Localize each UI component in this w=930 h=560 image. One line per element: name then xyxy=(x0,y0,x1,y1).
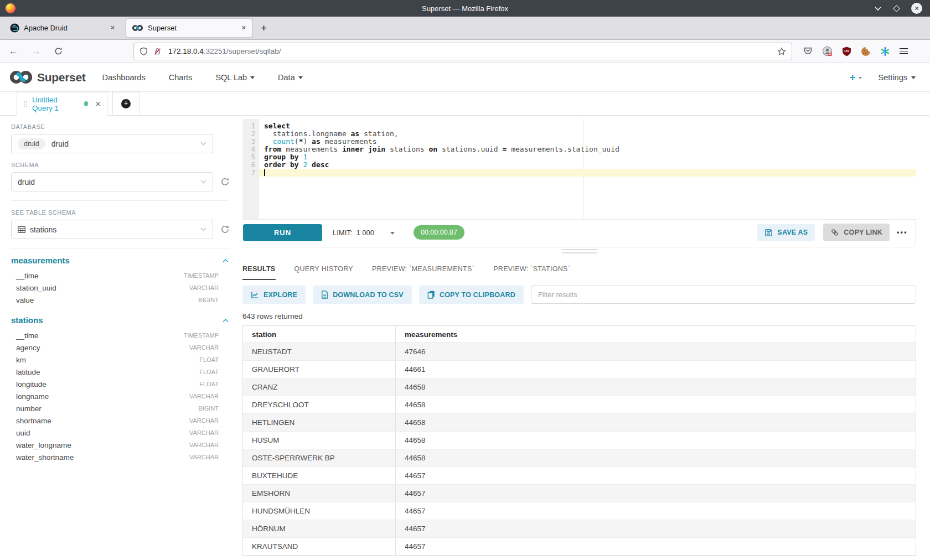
cell-measurements: 47646 xyxy=(396,348,916,356)
shield-icon[interactable] xyxy=(140,47,148,56)
explore-button[interactable]: EXPLORE xyxy=(242,286,306,304)
column-type: BIGINT xyxy=(198,297,219,303)
menu-hamburger-icon[interactable] xyxy=(900,48,908,54)
new-tab-button[interactable]: + xyxy=(261,22,267,34)
schema-table-name: stations xyxy=(11,315,43,325)
back-button[interactable]: ← xyxy=(9,46,18,57)
filter-results-input[interactable] xyxy=(531,286,916,304)
navbar-item-charts[interactable]: Charts xyxy=(169,73,193,82)
browser-tab-apache-druid[interactable]: Apache Druid ✕ xyxy=(4,19,121,37)
chevron-down-icon xyxy=(859,77,862,79)
schema-select[interactable]: druid xyxy=(11,172,213,191)
editor-line: 5group by 1 xyxy=(242,153,916,161)
new-item-button[interactable]: + xyxy=(849,72,861,82)
window-maximize-button[interactable] xyxy=(893,5,900,12)
editor-line: 7 xyxy=(242,169,916,177)
database-select[interactable]: druid druid xyxy=(11,134,213,153)
limit-dropdown[interactable]: LIMIT: 1 000 xyxy=(333,229,395,237)
settings-label: Settings xyxy=(879,73,907,82)
save-as-button[interactable]: SAVE AS xyxy=(757,224,815,241)
more-options-button[interactable]: ••• xyxy=(897,229,908,236)
pane-drag-handle[interactable] xyxy=(562,249,597,253)
firefox-logo-icon xyxy=(6,3,16,13)
extension-asterisk-icon[interactable] xyxy=(880,46,890,56)
column-header-station[interactable]: station xyxy=(243,326,396,343)
bookmark-star-icon[interactable] xyxy=(777,47,786,56)
column-name: value xyxy=(16,296,34,304)
reload-button[interactable] xyxy=(54,47,63,55)
refresh-tables-icon[interactable] xyxy=(220,225,230,234)
sql-editor[interactable]: 1select2 stations.longname as station,3 … xyxy=(242,119,916,220)
column-type: VARCHAR xyxy=(189,344,219,351)
database-label: DATABASE xyxy=(11,123,242,130)
schema-column: __timeTIMESTAMP xyxy=(11,269,219,282)
insecure-lock-icon[interactable] xyxy=(153,47,162,56)
tab-close-icon[interactable]: ✕ xyxy=(110,24,115,32)
tab-close-icon[interactable]: ✕ xyxy=(241,24,246,32)
column-name: __time xyxy=(16,331,39,340)
result-tab-query-history[interactable]: QUERY HISTORY xyxy=(294,265,353,280)
results-table-header: stationmeasurements xyxy=(243,326,916,343)
navbar-item-dashboards[interactable]: Dashboards xyxy=(102,73,145,82)
cell-station: DREYSCHLOOT xyxy=(243,396,396,413)
browser-tab-title: Superset xyxy=(148,24,177,32)
result-tab-results[interactable]: RESULTS xyxy=(242,265,276,280)
run-button[interactable]: RUN xyxy=(243,224,322,241)
schema-column: shortnameVARCHAR xyxy=(11,414,219,427)
settings-menu[interactable]: Settings xyxy=(879,73,916,82)
drag-handle-icon[interactable] xyxy=(23,101,27,107)
download-csv-button[interactable]: DOWNLOAD TO CSV xyxy=(313,286,412,304)
table-select[interactable]: stations xyxy=(11,220,213,239)
chevron-up-icon[interactable] xyxy=(223,255,229,265)
plus-circle-icon: + xyxy=(121,99,131,108)
query-tab-title: Untitled Query 1 xyxy=(32,96,79,112)
forward-button[interactable]: → xyxy=(32,46,41,57)
ublock-extension-icon[interactable]: UO xyxy=(842,46,851,56)
schema-column: numberBIGINT xyxy=(11,402,219,414)
cell-measurements: 44658 xyxy=(396,383,916,391)
query-tab[interactable]: Untitled Query 1 ✕ xyxy=(17,92,107,116)
table-row: HUNDSMÜHLEN44657 xyxy=(243,502,916,520)
pocket-icon[interactable] xyxy=(803,46,813,56)
window-close-button[interactable]: ✕ xyxy=(911,3,922,14)
refresh-schemas-icon[interactable] xyxy=(220,177,230,186)
schema-table-toggle[interactable]: measurements xyxy=(11,255,229,265)
copy-clipboard-button[interactable]: COPY TO CLIPBOARD xyxy=(419,286,524,304)
line-code: stations.longname as station, xyxy=(259,130,916,138)
chevron-down-icon xyxy=(200,227,206,231)
table-row: HETLINGEN44658 xyxy=(243,414,916,432)
result-tab-preview-stations[interactable]: PREVIEW: `STATIONS` xyxy=(493,265,570,280)
limit-label: LIMIT: xyxy=(333,229,352,237)
cell-station: OSTE-SPERRWERK BP xyxy=(243,449,396,466)
account-extension-icon[interactable] xyxy=(822,46,833,56)
editor-line: 2 stations.longname as station, xyxy=(242,130,916,138)
limit-value: 1 000 xyxy=(356,229,374,237)
superset-brand[interactable]: Superset xyxy=(9,70,85,85)
schema-table-toggle[interactable]: stations xyxy=(11,315,229,325)
url-bar[interactable]: 172.18.0.4:32251/superset/sqllab/ xyxy=(133,43,792,60)
line-number: 5 xyxy=(242,153,259,161)
schema-columns: __timeTIMESTAMPstation_uuidVARCHARvalueB… xyxy=(11,269,242,306)
copy-link-button[interactable]: COPY LINK xyxy=(823,224,890,241)
line-code xyxy=(259,169,916,177)
editor-line: 6order by 2 desc xyxy=(242,161,916,169)
cookie-extension-icon[interactable] xyxy=(861,46,871,56)
window-minimize-button[interactable] xyxy=(874,6,882,11)
navbar-item-data[interactable]: Data xyxy=(278,73,303,82)
close-icon[interactable]: ✕ xyxy=(95,100,101,108)
result-tab-preview-measurements[interactable]: PREVIEW: `MEASUREMENTS` xyxy=(372,265,474,280)
add-query-tab-button[interactable]: + xyxy=(112,92,140,115)
see-table-schema-label: SEE TABLE SCHEMA xyxy=(11,209,242,216)
column-header-measurements[interactable]: measurements xyxy=(396,330,916,339)
browser-tab-superset[interactable]: Superset ✕ xyxy=(126,19,252,37)
schema-label: SCHEMA xyxy=(11,162,242,168)
result-actions: EXPLORE DOWNLOAD TO CSV COPY TO CLIPBOAR… xyxy=(242,286,916,304)
chevron-up-icon[interactable] xyxy=(223,315,229,325)
navbar-item-sql-lab[interactable]: SQL Lab xyxy=(215,73,255,82)
line-number: 6 xyxy=(242,161,259,169)
superset-logo-icon xyxy=(9,70,33,85)
table-row: KRAUTSAND44657 xyxy=(243,538,916,556)
column-name: agency xyxy=(16,344,40,352)
chart-icon xyxy=(251,291,259,299)
browser-tabbar: Apache Druid ✕ Superset ✕ + xyxy=(0,17,930,40)
